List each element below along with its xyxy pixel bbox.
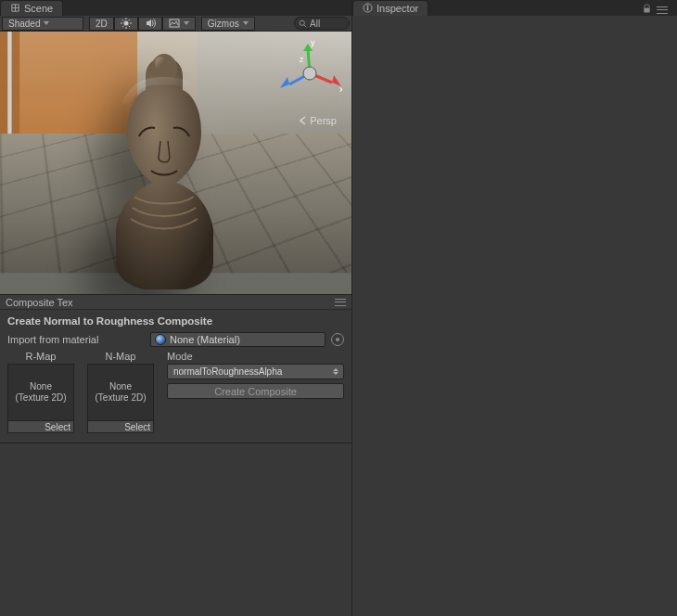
scene-icon [10,3,20,15]
panel-menu-icon[interactable] [335,298,346,307]
toggle-2d[interactable]: 2D [89,17,114,31]
nmap-texture-slot[interactable]: None (Texture 2D) [87,364,154,421]
mode-label: Mode [167,351,344,362]
projection-label: Persp [310,115,337,126]
nmap-none-2: (Texture 2D) [95,392,146,404]
composite-tab-header: Composite Tex [0,294,351,310]
scene-object-bust [88,48,241,294]
svg-marker-19 [280,77,289,88]
orientation-gizmo[interactable]: x y z [277,41,342,106]
gizmos-label: Gizmos [208,19,239,29]
toggle-2d-label: 2D [96,19,108,29]
rmap-select-label: Select [45,422,70,432]
scene-search[interactable]: All [294,17,350,30]
svg-rect-24 [367,6,368,10]
nmap-select-label: Select [124,422,150,432]
material-field[interactable]: None (Material) [150,332,326,347]
material-field-value: None (Material) [170,334,240,345]
composite-panel: Create Normal to Roughness Composite Imp… [0,310,351,443]
rmap-select-button[interactable]: Select [7,420,74,433]
inspector-menu-icon[interactable] [657,6,668,15]
info-icon [363,3,373,15]
shading-label: Shaded [8,19,40,29]
mode-value: normalToRoughnessAlpha [173,366,282,377]
search-icon [299,19,307,28]
svg-line-11 [304,25,306,27]
rmap-texture-slot[interactable]: None (Texture 2D) [7,364,74,421]
svg-point-0 [123,21,128,26]
create-composite-label: Create Composite [214,386,297,397]
svg-line-5 [122,19,123,20]
composite-title: Create Normal to Roughness Composite [7,315,344,327]
mode-dropdown[interactable]: normalToRoughnessAlpha [167,364,344,379]
lock-icon[interactable] [643,4,651,16]
svg-line-6 [129,26,130,27]
tab-inspector-label: Inspector [377,3,418,14]
scene-viewport[interactable]: x y z Persp [0,32,351,294]
svg-point-10 [300,20,304,25]
tab-composite[interactable]: Composite Tex [6,297,73,308]
rmap-none-1: None [30,381,52,392]
tab-scene-label: Scene [24,3,53,14]
nmap-label: N-Map [105,351,135,362]
inspector-body [352,16,677,616]
svg-rect-25 [644,8,649,13]
svg-line-8 [129,19,130,20]
gizmo-x-label: x [339,84,342,94]
nmap-none-1: None [109,381,132,392]
chevron-left-icon [299,116,308,125]
tab-inspector[interactable]: Inspector [352,0,428,16]
scene-search-text: All [310,19,320,29]
audio-toggle[interactable] [138,17,162,31]
gizmo-y-label: y [311,41,315,47]
rmap-label: R-Map [25,351,56,362]
import-material-label: Import from material [7,334,145,345]
lighting-toggle[interactable] [114,17,138,31]
svg-point-13 [155,57,166,70]
material-icon [155,334,166,345]
shading-dropdown[interactable]: Shaded [2,17,83,31]
gizmo-z-label: z [300,55,304,64]
fx-dropdown[interactable] [162,17,196,31]
scene-toolbar: Shaded 2D Gizmos All [0,16,351,32]
svg-line-7 [122,26,123,27]
material-picker-button[interactable] [331,333,344,346]
scene-tab-bar: Scene [0,0,351,16]
tab-scene[interactable]: Scene [0,0,63,16]
nmap-select-button[interactable]: Select [87,420,154,433]
create-composite-button[interactable]: Create Composite [167,383,344,399]
inspector-tab-bar: Inspector [352,0,677,16]
svg-point-23 [367,5,369,6]
projection-toggle[interactable]: Persp [299,115,337,126]
rmap-none-2: (Texture 2D) [15,392,66,404]
gizmos-dropdown[interactable]: Gizmos [201,17,255,31]
